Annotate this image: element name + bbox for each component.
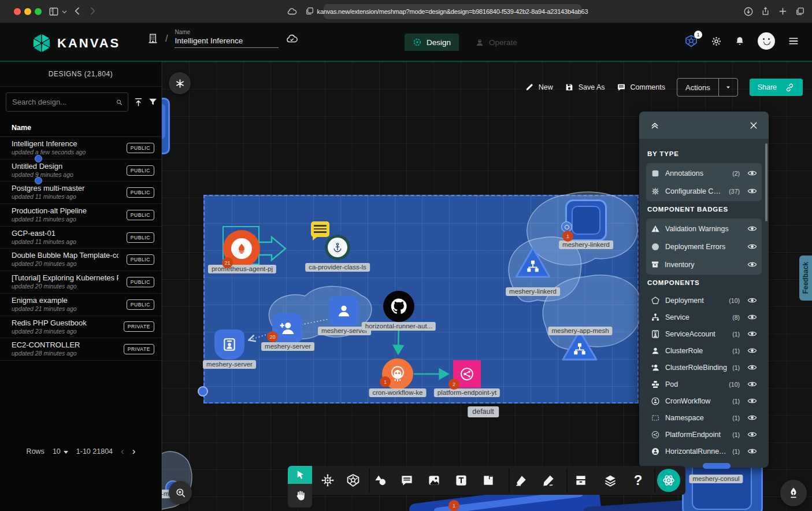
name-column-header[interactable]: Name (0, 116, 161, 137)
pan-tool[interactable] (288, 484, 312, 508)
chevron-down-icon[interactable] (61, 9, 68, 15)
design-row[interactable]: [Tutorial] Exploring Kubernetes Pod upda… (0, 271, 161, 294)
badge-row-inventory[interactable]: Inventory (651, 255, 757, 273)
eye-icon[interactable] (747, 260, 757, 269)
shapes-tool-icon[interactable] (374, 474, 387, 487)
annotate-fab[interactable] (780, 480, 807, 506)
reader-icon[interactable] (305, 6, 314, 16)
design-row[interactable]: EC2-CONTROLLER updated 28 minutes ago PR… (0, 338, 161, 361)
import-design-icon[interactable] (134, 97, 143, 107)
component-row-serviceaccount[interactable]: ServiceAccount (1) (651, 325, 757, 342)
eye-icon[interactable] (747, 295, 757, 305)
node-meshery-linkerd-service[interactable] (514, 246, 552, 280)
collapse-panel-icon[interactable] (650, 120, 660, 131)
component-row-platformendpoint[interactable]: PlatformEndpoint (1) (651, 426, 757, 443)
close-panel-icon[interactable] (749, 121, 758, 130)
eye-icon[interactable] (747, 346, 757, 356)
selection-handle[interactable] (198, 386, 208, 397)
eye-icon[interactable] (747, 413, 757, 423)
meshery-extension-icon[interactable] (657, 469, 680, 492)
share-button[interactable]: Share (750, 79, 803, 96)
badge-row-deployment-errors[interactable]: Deployment Errors (651, 238, 757, 255)
eye-icon[interactable] (747, 446, 757, 456)
component-row-horizontalrunnerautoscaler[interactable]: HorizontalRunnerAutos (1) (651, 443, 757, 460)
design-row[interactable]: Production-alt Pipeline updated 11 minut… (0, 204, 161, 227)
design-name-input[interactable] (175, 35, 279, 48)
back-icon[interactable] (73, 6, 82, 16)
comments-button[interactable]: Comments (617, 83, 665, 92)
eye-icon[interactable] (747, 224, 757, 234)
design-search[interactable] (6, 92, 128, 112)
eye-icon[interactable] (747, 312, 757, 322)
component-row-clusterrolebinding[interactable]: ClusterRoleBinding (1) (651, 359, 757, 376)
design-row[interactable]: GCP-east-01 updated 11 minutes ago PUBLI… (0, 227, 161, 249)
eye-icon[interactable] (747, 186, 757, 196)
new-button[interactable]: New (525, 83, 553, 92)
by-type-row-configurable[interactable]: Configurable Compon (37) (651, 182, 757, 200)
component-row-pod[interactable]: Pod (10) (651, 376, 757, 392)
layers-tool-icon[interactable] (604, 474, 617, 487)
prev-page-button[interactable]: ‹ (121, 448, 124, 455)
sticky-note-tool-icon[interactable] (482, 474, 495, 487)
kanvas-logo[interactable]: KANVAS (32, 32, 120, 54)
downloads-icon[interactable] (743, 6, 754, 17)
kubernetes-context-button[interactable]: 1 (684, 34, 698, 48)
panel-scrollbar[interactable] (765, 143, 767, 221)
eye-icon[interactable] (747, 429, 757, 439)
save-as-button[interactable]: Save As (565, 83, 605, 92)
design-row[interactable]: Enigma example updated 21 minutes ago PU… (0, 294, 161, 316)
text-tool-icon[interactable] (455, 474, 468, 487)
eye-icon[interactable] (747, 168, 757, 178)
tab-design[interactable]: Design (405, 34, 459, 51)
next-page-button[interactable]: › (132, 448, 136, 455)
sidebar-toggle-icon[interactable] (49, 6, 59, 17)
notifications-bell-icon[interactable] (735, 36, 745, 46)
user-avatar[interactable] (758, 32, 775, 50)
feedback-tab[interactable]: Feedback (799, 255, 812, 301)
eye-icon[interactable] (747, 379, 757, 389)
organization-icon[interactable] (147, 33, 158, 44)
component-row-cronworkflow[interactable]: CronWorkflow (1) (651, 392, 757, 409)
design-canvas[interactable]: 1 meshery-consul k-mo 21 prometheus-agen… (162, 62, 812, 511)
kubernetes-tool-icon[interactable] (346, 473, 361, 488)
design-row[interactable]: Postgres multi-master updated 11 minutes… (0, 182, 161, 204)
component-row-service[interactable]: Service (8) (651, 309, 757, 325)
forward-icon[interactable] (88, 6, 97, 16)
badge-row-validation-warnings[interactable]: Validation Warnings (651, 220, 757, 238)
help-tool-icon[interactable]: ? (634, 472, 643, 488)
select-tool[interactable] (288, 466, 312, 484)
eye-icon[interactable] (747, 396, 757, 406)
freehand-draw-tool-icon[interactable] (542, 474, 555, 487)
search-input[interactable] (6, 98, 116, 106)
component-row-deployment[interactable]: Deployment (10) (651, 292, 757, 309)
node-meshery-server-clusterrole[interactable] (329, 296, 359, 326)
traffic-light-minimize[interactable] (24, 8, 31, 15)
comment-tool-icon[interactable] (401, 474, 414, 487)
eye-icon[interactable] (747, 242, 757, 251)
tab-operate[interactable]: Operate (467, 34, 525, 51)
component-row-clusterrole[interactable]: ClusterRole (1) (651, 342, 757, 359)
icloud-icon[interactable] (287, 6, 297, 17)
address-bar[interactable]: kanvas.new/extension/meshmap?mode=design… (324, 4, 581, 19)
design-row[interactable]: Double Bubble Map Template-copy updated … (0, 249, 161, 271)
filter-icon[interactable] (148, 97, 158, 107)
traffic-light-zoom[interactable] (35, 8, 42, 15)
traffic-light-close[interactable] (14, 8, 21, 15)
mesh-components-tool-icon[interactable] (321, 473, 335, 487)
zoom-button[interactable] (169, 481, 192, 504)
settings-gear-icon[interactable] (711, 36, 722, 47)
search-icon[interactable] (116, 98, 123, 107)
node-horizontal-runner-autoscaler[interactable] (383, 291, 414, 322)
actions-split-button[interactable]: Actions (677, 78, 738, 97)
design-row[interactable]: Untitled Design updated 9 minutes ago PU… (0, 160, 161, 182)
node-ca-provider-class[interactable] (325, 235, 350, 260)
node-meshery-server-serviceaccount[interactable] (214, 329, 244, 360)
quick-actions-button[interactable] (169, 72, 191, 94)
by-type-row-annotations[interactable]: Annotations (2) (651, 164, 757, 182)
design-row[interactable]: Intelligent Inference updated a few seco… (0, 137, 161, 160)
image-tool-icon[interactable] (428, 474, 441, 487)
clipped-node[interactable] (162, 98, 170, 154)
pen-tool-icon[interactable] (515, 474, 528, 487)
actions-dropdown-toggle[interactable] (718, 79, 737, 96)
share-icon[interactable] (761, 6, 770, 16)
